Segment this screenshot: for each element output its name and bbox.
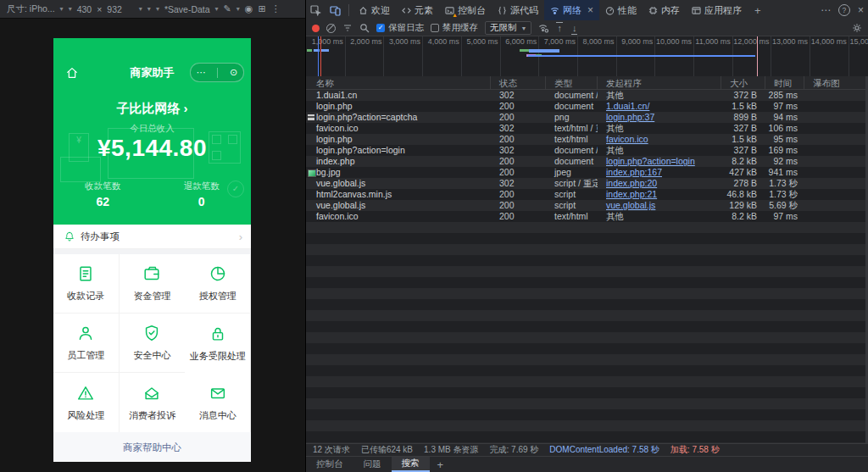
request-initiator[interactable]: 1.duai1.cn/ [606,101,649,111]
network-request-row[interactable]: favicon.ico 200 text/html 其他 8.2 kB 97 m… [306,211,868,222]
tab-network[interactable]: 网络 × [544,0,599,20]
merchant-name-link[interactable]: 子比比网络 › [53,101,251,117]
network-overview-timeline[interactable]: 1,000 ms 2,000 ms 3,000 ms 4,000 ms 5,00… [306,36,868,77]
feature-cell[interactable]: 风险处理 [53,373,120,432]
chevron-down-icon[interactable]: ▾ [60,5,64,13]
tab-application[interactable]: 应用程序 [686,0,748,20]
filter-icon[interactable] [342,23,353,33]
column-header-waterfall[interactable]: 瀑布图 [804,76,868,89]
edit-icon[interactable]: ✎ [224,3,231,14]
checked-checkbox[interactable]: ✓ [376,24,385,32]
inspect-icon[interactable] [306,5,326,16]
network-request-row[interactable]: login.php 200 text/html favicon.ico 1.5 … [306,134,868,145]
network-request-row[interactable]: login.php?action=login 302 document / 重定… [306,145,868,156]
drawer-tab[interactable]: 问题 [353,457,392,472]
tab-console[interactable]: ▲ 控制台 [439,0,492,20]
request-initiator[interactable]: login.php:37 [606,112,654,122]
import-har-icon[interactable]: ↑ [555,23,564,34]
chevron-down-icon[interactable]: ▾ [236,5,240,13]
column-header-status[interactable]: 状态 [491,76,546,89]
clear-icon[interactable] [326,24,336,33]
drawer-tab[interactable]: 搜索 [392,457,430,472]
viewport-height-field[interactable]: 932 [107,4,122,14]
chevron-down-icon[interactable]: ▾ [215,5,219,13]
column-header-size[interactable]: 大小 [721,76,765,89]
request-initiator[interactable]: index.php:167 [606,167,662,177]
feature-cell[interactable]: 业务受限处理 [185,314,251,373]
add-drawer-tab-button[interactable]: + [430,458,452,471]
chevron-down-icon[interactable]: ▾ [139,5,142,13]
column-header-name[interactable]: 名称 [306,76,491,89]
viewport-width-field[interactable]: 430 [77,4,92,14]
network-request-row[interactable]: favicon.ico 302 text/html / 重定向 其他 327 B… [306,123,868,134]
devtools-menu-icon[interactable]: ⋯ [816,4,835,16]
export-har-icon[interactable]: ↓ [570,23,579,34]
column-header-time[interactable]: 时间 [765,76,804,89]
network-request-row[interactable]: vue.global.js 200 script vue.global.js 1… [306,200,868,211]
request-initiator[interactable]: index.php:20 [606,178,657,188]
request-initiator[interactable]: 其他 [606,211,624,221]
feature-cell[interactable]: 消费者投诉 [120,373,186,432]
more-tabs-button[interactable]: + [748,4,768,17]
stat-item[interactable]: 收款笔数 62 [53,180,153,208]
chevron-down-icon[interactable]: ▾ [69,5,72,13]
network-conditions-icon[interactable] [538,23,548,33]
chevron-down-icon[interactable]: ▾ [156,5,159,13]
disable-cache-option[interactable]: 禁用缓存 [431,22,478,34]
more-options-icon[interactable]: ⋮ [271,3,281,14]
feature-cell[interactable]: 收款记录 [53,254,120,314]
minimize-icon[interactable]: ⊙ [230,68,237,77]
network-request-row[interactable]: index.php 200 document login.php?action=… [306,156,868,167]
request-initiator[interactable]: vue.global.js [606,200,655,210]
feature-cell[interactable]: 安全中心 [120,314,186,373]
request-initiator[interactable]: favicon.ico [606,134,648,144]
network-request-row[interactable]: login.php 200 document 1.duai1.cn/ 1.5 k… [306,101,868,112]
stats-row: 收款笔数 62 退款笔数 0 [53,180,251,208]
throttling-select[interactable]: 无限制 ▼ [485,21,531,35]
drawer-tab[interactable]: 控制台 [306,457,353,472]
unchecked-checkbox[interactable] [431,24,439,32]
network-request-row[interactable]: html2canvas.min.js 200 script index.php:… [306,189,868,200]
feature-cell[interactable]: 资金管理 [120,254,186,314]
tab-elements[interactable]: 元素 [396,0,439,20]
column-header-type[interactable]: 类型 [546,76,598,89]
throttle-preset-select[interactable]: *Save-Data [164,4,210,14]
device-size-label[interactable]: 尺寸: iPho... [7,3,55,15]
request-initiator[interactable]: 其他 [606,145,624,155]
request-initiator[interactable]: 其他 [606,123,624,133]
tab-performance[interactable]: 性能 [599,0,643,20]
help-icon[interactable]: ? [838,4,850,16]
close-devtools-icon[interactable]: × [854,4,868,16]
network-request-row[interactable]: bg.jpg 200 jpeg index.php:167 427 kB 941… [306,167,868,178]
tab-sources[interactable]: 源代码 [492,0,544,20]
stat-item[interactable]: 退款笔数 0 [153,180,252,208]
network-request-row[interactable]: login.php?action=captcha 200 png login.p… [306,112,868,123]
settings-gear-icon[interactable] [852,23,862,33]
request-initiator[interactable]: index.php:21 [606,189,657,199]
resource-thumbnail [308,114,314,120]
request-name: bg.jpg [316,167,341,177]
more-icon[interactable]: ⋯ [197,68,206,77]
preserve-log-option[interactable]: ✓ 保留日志 [376,22,424,34]
request-time: 169 ms [765,145,804,156]
column-header-initiator[interactable]: 发起程序 [598,76,721,89]
feature-cell[interactable]: 授权管理 [185,254,251,314]
request-initiator[interactable]: login.php?action=login [606,156,695,166]
drawer-tabbar: 控制台 问题 搜索 + [306,456,868,472]
search-icon[interactable] [359,23,370,33]
request-initiator[interactable]: 其他 [606,90,624,100]
device-toolbar-toggle-icon[interactable] [326,5,345,16]
network-request-row[interactable]: 1.duai1.cn 302 document / 重定向 其他 372 B 2… [306,90,868,101]
feature-cell[interactable]: 消息中心 [185,373,251,432]
rotate-viewport-icon[interactable]: ⊞ [258,3,265,14]
todo-row[interactable]: 待办事项 › [53,225,251,249]
network-request-row[interactable]: vue.global.js 302 script / 重定向 index.php… [306,178,868,189]
close-tab-icon[interactable]: × [587,5,593,15]
tab-memory[interactable]: 内存 [643,0,686,20]
record-button[interactable] [312,25,320,32]
eye-icon[interactable]: ◉ [245,3,253,14]
chevron-down-icon[interactable]: ▾ [147,5,151,13]
tab-welcome[interactable]: 欢迎 [353,0,396,20]
help-center-link[interactable]: 商家帮助中心 [123,441,181,454]
feature-cell[interactable]: 员工管理 [53,314,120,373]
